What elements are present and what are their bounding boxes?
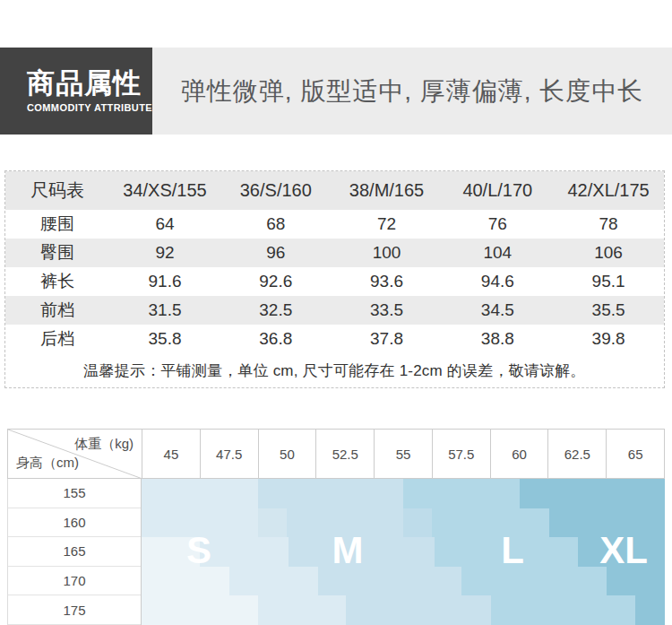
height-value: 175	[8, 595, 141, 625]
zone-row	[142, 595, 665, 625]
cell-value: 35.5	[553, 296, 664, 325]
commodity-attributes-title-box: 商品属性 COMMODITY ATTRIBUTES	[0, 48, 152, 135]
cell-value: 93.6	[332, 267, 443, 296]
weight-value: 62.5	[548, 430, 607, 478]
axis-corner-cell: 体重（kg) 身高（cm)	[8, 430, 142, 478]
zone-row	[142, 537, 665, 567]
attributes-summary-text: 弹性微弹, 版型适中, 厚薄偏薄, 长度中长	[181, 74, 644, 109]
cell-value: 34.5	[442, 296, 553, 325]
size-table-header-row: 尺码表 34/XS/155 36/S/160 38/M/165 40/L/170…	[5, 171, 664, 210]
row-label: 前档	[5, 296, 109, 325]
weight-value: 55	[375, 430, 433, 478]
cell-value: 33.5	[332, 296, 443, 325]
cell-value: 68	[220, 210, 332, 239]
weight-value: 57.5	[433, 430, 491, 478]
commodity-attributes-header: 商品属性 COMMODITY ATTRIBUTES 弹性微弹, 版型适中, 厚薄…	[0, 48, 672, 135]
cell-value: 36.8	[220, 325, 332, 353]
height-value: 160	[8, 508, 141, 538]
height-value: 155	[8, 479, 141, 508]
table-row-hip: 臀围 92 96 100 104 106	[5, 239, 664, 267]
size-zone-letter-m: M	[332, 532, 364, 569]
size-column-header: 36/S/160	[220, 171, 332, 210]
cell-value: 95.1	[553, 267, 664, 296]
height-value: 170	[8, 567, 141, 596]
size-recommendation-chart: 体重（kg) 身高（cm) 45 47.5 50 52.5 55 57.5 60…	[7, 429, 665, 625]
cell-value: 38.8	[442, 325, 553, 353]
size-column-header: 40/L/170	[442, 171, 553, 210]
size-column-header: 38/M/165	[332, 171, 443, 210]
cell-value: 92	[109, 239, 220, 267]
cell-value: 100	[332, 239, 443, 267]
cell-value: 96	[220, 239, 332, 267]
size-table-note-row: 温馨提示：平铺测量，单位 cm, 尺寸可能存在 1-2cm 的误差，敬请谅解。	[5, 353, 664, 387]
row-label: 腰围	[5, 210, 109, 239]
table-row-pants-length: 裤长 91.6 92.6 93.6 94.6 95.1	[5, 267, 664, 296]
weight-value: 50	[259, 430, 317, 478]
cell-value: 64	[109, 210, 220, 239]
weight-value: 65	[607, 430, 665, 478]
size-column-header: 34/XS/155	[109, 171, 220, 210]
cell-value: 76	[442, 210, 553, 239]
measurement-note: 温馨提示：平铺测量，单位 cm, 尺寸可能存在 1-2cm 的误差，敬请谅解。	[5, 353, 664, 387]
height-labels-column: 155 160 165 170 175	[7, 479, 142, 625]
size-table-title: 尺码表	[5, 171, 109, 210]
size-chart-body: 155 160 165 170 175 SMLXL	[7, 479, 665, 625]
zone-row	[142, 479, 665, 508]
size-zone-letter-l: L	[501, 532, 524, 569]
weight-axis-label: 体重（kg)	[74, 436, 134, 453]
cell-value: 31.5	[109, 296, 220, 325]
table-row-waist: 腰围 64 68 72 76 78	[5, 210, 664, 239]
attributes-summary-band: 弹性微弹, 版型适中, 厚薄偏薄, 长度中长	[152, 48, 672, 135]
size-zone-letter-xl: XL	[599, 532, 648, 569]
weight-value: 45	[142, 430, 201, 478]
size-table-container: 尺码表 34/XS/155 36/S/160 38/M/165 40/L/170…	[4, 170, 665, 388]
cell-value: 106	[553, 239, 664, 267]
size-zone-area: SMLXL	[142, 479, 665, 625]
cell-value: 91.6	[109, 267, 220, 296]
cell-value: 94.6	[442, 267, 553, 296]
height-value: 165	[8, 537, 141, 567]
row-label: 后档	[5, 325, 109, 353]
weight-value: 60	[491, 430, 549, 478]
size-column-header: 42/XL/175	[553, 171, 664, 210]
weight-value: 47.5	[201, 430, 259, 478]
cell-value: 39.8	[553, 325, 664, 353]
cell-value: 72	[332, 210, 443, 239]
size-zone-letter-s: S	[186, 532, 211, 569]
cell-value: 92.6	[220, 267, 332, 296]
cell-value: 104	[442, 239, 553, 267]
zone-row	[142, 508, 665, 538]
table-row-front-rise: 前档 31.5 32.5 33.5 34.5 35.5	[5, 296, 664, 325]
cell-value: 35.8	[109, 325, 220, 353]
weight-header-row: 体重（kg) 身高（cm) 45 47.5 50 52.5 55 57.5 60…	[7, 429, 665, 479]
table-row-back-rise: 后档 35.8 36.8 37.8 38.8 39.8	[5, 325, 664, 353]
height-axis-label: 身高（cm)	[16, 455, 79, 472]
section-title-en: COMMODITY ATTRIBUTES	[27, 102, 152, 113]
cell-value: 32.5	[220, 296, 332, 325]
row-label: 裤长	[5, 267, 109, 296]
weight-value: 52.5	[316, 430, 375, 478]
product-attributes-page: 商品属性 COMMODITY ATTRIBUTES 弹性微弹, 版型适中, 厚薄…	[0, 0, 672, 625]
cell-value: 37.8	[332, 325, 443, 353]
section-title-cn: 商品属性	[27, 69, 152, 99]
zone-row	[142, 567, 665, 596]
cell-value: 78	[553, 210, 664, 239]
size-table: 尺码表 34/XS/155 36/S/160 38/M/165 40/L/170…	[5, 171, 664, 387]
row-label: 臀围	[5, 239, 109, 267]
